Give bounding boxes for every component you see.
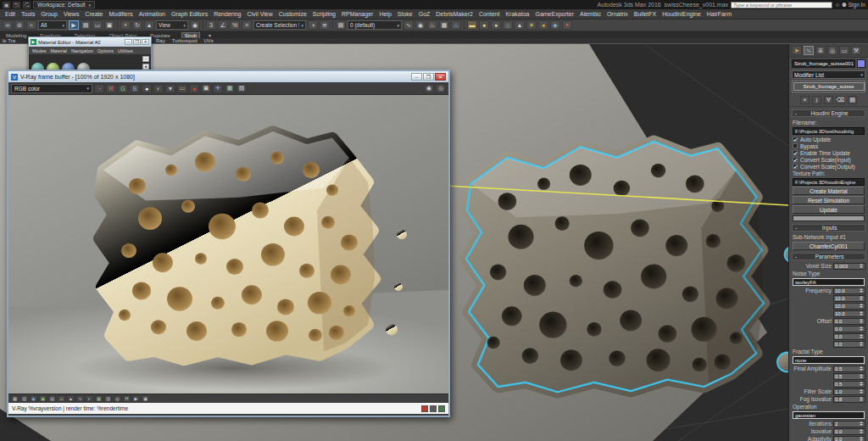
align-icon[interactable]: ≋	[320, 20, 330, 30]
reset-simulation-button[interactable]: Reset Simulation	[793, 196, 865, 204]
modify-tab[interactable]: ∿	[804, 46, 814, 55]
track-mouse-icon[interactable]: ✛	[213, 84, 223, 93]
reference-coordsys-dropdown[interactable]: View▾	[156, 20, 188, 30]
menu-bulletfx[interactable]: BulletFX	[634, 11, 656, 17]
primitive-sphere2-icon[interactable]: ●	[538, 20, 548, 30]
red-channel-icon[interactable]: R	[106, 84, 116, 93]
bind-to-space-warp-icon[interactable]: ≈	[26, 20, 36, 30]
me-menu-options[interactable]: Options	[97, 48, 114, 53]
menu-scripting[interactable]: Scripting	[313, 11, 336, 17]
iterations-spinner[interactable]: 2	[833, 421, 865, 427]
edit-named-sets-icon[interactable]: ≡	[242, 20, 252, 30]
helper-icon[interactable]: ◈	[550, 20, 560, 30]
menu-tools[interactable]: Tools	[21, 11, 35, 17]
stamp-icon[interactable]: ◉	[424, 84, 434, 93]
primitive-sun-icon[interactable]: ☀	[526, 20, 537, 30]
blue-channel-icon[interactable]: B	[130, 84, 140, 93]
menu-civil-view[interactable]: Civil View	[247, 11, 272, 17]
rendered-frame-icon[interactable]: ▦	[439, 20, 449, 30]
primitive-plane-icon[interactable]: ▬	[467, 20, 477, 30]
configure-stack-icon[interactable]: ▤	[848, 96, 857, 104]
tab-strob[interactable]: Strob	[181, 32, 200, 38]
load-image-icon[interactable]: ▭	[177, 84, 187, 93]
vfb-bottom-icon[interactable]: H	[123, 395, 131, 402]
select-by-name-icon[interactable]: ▤	[81, 20, 91, 30]
final-amplitude-spinner[interactable]: 0.5	[833, 366, 865, 372]
select-and-link-icon[interactable]: ∞	[3, 20, 13, 30]
material-editor-icon[interactable]: ◉	[415, 20, 426, 30]
menu-debrismaker2[interactable]: DebrisMaker2	[436, 11, 473, 17]
menu-edit[interactable]: Edit	[5, 11, 15, 17]
adaptivity-spinner[interactable]: 0.0	[833, 436, 865, 441]
sign-in-button[interactable]: ☆⚉Sign In	[835, 2, 865, 8]
select-and-scale-icon[interactable]: ▲	[144, 20, 154, 30]
menu-stoke[interactable]: Stoke	[398, 11, 413, 17]
cheese-object-viewport[interactable]	[466, 142, 788, 392]
vfb-bottom-icon[interactable]: ▤	[48, 395, 56, 402]
menu-gameexporter[interactable]: GameExporter	[535, 11, 574, 17]
menu-modifiers[interactable]: Modifiers	[108, 11, 132, 17]
close-button[interactable]: ✕	[142, 39, 149, 45]
menu-rpmanager[interactable]: RPManager	[342, 11, 373, 17]
named-selection-set-dropdown[interactable]: Create Selection Se▾	[253, 20, 306, 30]
select-and-rotate-icon[interactable]: ↻	[132, 20, 142, 30]
menu-graph-editors[interactable]: Graph Editors	[171, 11, 208, 17]
minimize-button[interactable]: –	[125, 39, 132, 45]
me-menu-utilities[interactable]: Utilities	[118, 48, 133, 53]
menu-customize[interactable]: Customize	[279, 11, 307, 17]
selection-filter-dropdown[interactable]: All▾	[38, 20, 67, 30]
vfb-bottom-icon[interactable]: ▧	[20, 395, 28, 402]
vfb-bottom-icon[interactable]: ▣	[142, 395, 149, 402]
display-tab[interactable]: ▭	[839, 46, 849, 55]
vfb-bottom-icon[interactable]: ▭	[58, 395, 65, 402]
color-corrections-icon[interactable]: ◎	[436, 84, 446, 93]
clear-image-icon[interactable]: ●	[189, 84, 199, 93]
close-button[interactable]: ✕	[435, 73, 446, 81]
layer-manager-icon[interactable]: ▤	[336, 20, 346, 30]
compare-ab-icon[interactable]: ▧	[236, 84, 247, 93]
me-menu-material[interactable]: Material	[51, 48, 68, 53]
unlink-selection-icon[interactable]: ⊘	[14, 20, 25, 30]
menu-help[interactable]: Help	[379, 11, 391, 17]
stack-item[interactable]: Strob_fromage_suisse	[793, 82, 865, 91]
save-icon[interactable]: ▣	[3, 2, 10, 8]
final-amplitude-spinner[interactable]: 0.5	[833, 381, 865, 388]
region-render-icon[interactable]: ▦	[225, 84, 235, 93]
ribbon-more-icon[interactable]: ▾	[209, 32, 211, 38]
fog-isovalue-spinner[interactable]: 0.8	[833, 396, 865, 403]
vfb-bottom-icon[interactable]: ◐	[86, 395, 93, 402]
menu-houdiniengine[interactable]: HoudiniEngine	[662, 11, 701, 17]
mono-channel-icon[interactable]: ●	[142, 84, 152, 93]
show-end-result-icon[interactable]: I	[812, 96, 821, 104]
shelf-fragment[interactable]: le Tra	[3, 38, 15, 43]
menu-rendering[interactable]: Rendering	[214, 11, 241, 17]
frequency-spinner[interactable]: 10.0	[833, 303, 865, 310]
checkbox[interactable]	[793, 143, 798, 148]
green-channel-icon[interactable]: G	[118, 84, 128, 93]
parameters-rollout[interactable]: -Parameters	[792, 253, 865, 260]
vfb-bottom-icon[interactable]: ▲	[67, 395, 75, 402]
vfb-bottom-icon[interactable]: ▦	[11, 395, 19, 402]
search-input[interactable]	[731, 2, 832, 8]
vfb-pause-button[interactable]	[430, 405, 437, 412]
redo-icon[interactable]: ⮎	[23, 2, 31, 8]
remove-modifier-icon[interactable]: ⌫	[836, 96, 845, 104]
percent-snap-icon[interactable]: %	[230, 20, 240, 30]
frequency-spinner[interactable]: 10.0	[833, 287, 865, 294]
save-image-icon[interactable]: ▼	[165, 84, 175, 93]
utilities-tab[interactable]: ⚒	[851, 46, 861, 55]
layer-dropdown[interactable]: 0 (default)▾	[348, 20, 402, 30]
noise-type-dropdown[interactable]: worleyFA	[793, 278, 865, 286]
mirror-icon[interactable]: ◑	[308, 20, 318, 30]
primitive-geosphere-icon[interactable]: ●	[491, 20, 501, 30]
select-and-move-icon[interactable]: +	[120, 20, 131, 30]
workspace-selector[interactable]: Workspace: Default▾	[33, 1, 95, 8]
primitive-sphere-icon[interactable]: ●	[479, 20, 489, 30]
primitive-torus-icon[interactable]: ◎	[503, 20, 513, 30]
houdini-engine-rollout[interactable]: -Houdini Engine	[792, 109, 865, 117]
chamfercyl-input-button[interactable]: ChamferCyl001	[793, 242, 865, 250]
filter-scale-spinner[interactable]: 1.0	[833, 388, 865, 395]
vfb-titlebar[interactable]: V V-Ray frame buffer - [100% of 1920 x 1…	[8, 71, 448, 82]
pixel-info-icon[interactable]: ◔	[94, 84, 104, 93]
texture-path-field[interactable]: F:\Projects 3D\houdiniEngine	[793, 178, 865, 186]
